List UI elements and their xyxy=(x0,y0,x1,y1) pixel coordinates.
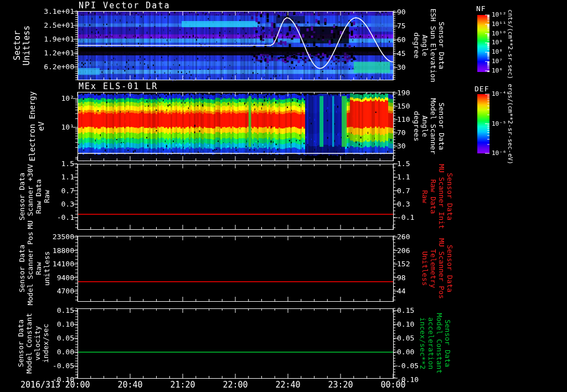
tick-label: -0.1 xyxy=(397,213,430,222)
tick-label: 1.1 xyxy=(30,173,74,182)
panel3-left-tick-labels: 1.51.10.70.3-0.1 xyxy=(30,159,74,222)
tick-label: -0.05 xyxy=(397,362,430,370)
tick-label: 4700 xyxy=(30,287,74,296)
panel3-right-tick-labels: 1.51.10.70.3-0.1 xyxy=(397,159,430,222)
tick-label: -0.1 xyxy=(30,213,74,222)
tick-label: 0.05 xyxy=(397,334,430,343)
panel2-left-tick-labels: 10²10¹ xyxy=(30,94,74,132)
nf-colorbar-title: NF xyxy=(476,4,486,13)
tick-label: 90 xyxy=(397,8,430,17)
tick-label: 0.10 xyxy=(397,320,430,329)
x-tick-label: 22:40 xyxy=(269,380,307,390)
figure: NPI Vector Data MEx ELS-01 LR Sector Uni… xyxy=(0,0,567,392)
tick-label: 190 xyxy=(397,89,430,97)
tick-label: 0.3 xyxy=(397,200,430,209)
tick-label: 1.1 xyxy=(397,173,430,182)
tick-label: 45 xyxy=(397,49,430,58)
tick-label: 0.15 xyxy=(397,306,430,315)
tick-label: 0.15 xyxy=(30,306,74,315)
tick-label: 260 xyxy=(397,233,430,241)
tick-label: 0.10 xyxy=(30,320,74,329)
panel1-title: NPI Vector Data xyxy=(79,1,170,11)
tick-label: 3.1e+01 xyxy=(30,7,74,16)
panel5-right-tick-labels: 0.150.100.050.00-0.05-0.10 xyxy=(397,306,430,384)
tick-label: 30 xyxy=(397,63,430,72)
tick-label: 70 xyxy=(397,128,430,137)
tick-label: 0.7 xyxy=(397,187,430,195)
tick-label: 150 xyxy=(397,102,430,111)
tick-label: 0.00 xyxy=(397,348,430,357)
tick-label: 206 xyxy=(397,246,430,255)
def-colorbar-title: DEF xyxy=(475,85,489,93)
tick-label: 30 xyxy=(397,142,430,151)
tick-label: 152 xyxy=(397,260,430,269)
x-axis-date-label: 2016/313 xyxy=(17,380,64,390)
panel4-left-tick-labels: 23500188001410094004700 xyxy=(30,233,74,296)
tick-label: 0.7 xyxy=(30,187,74,195)
tick-label: 0.05 xyxy=(30,334,74,343)
x-tick-label: 23:20 xyxy=(321,380,360,390)
panel2-right-tick-labels: 1901501107030 xyxy=(397,89,430,151)
x-tick-label: 00:00 xyxy=(374,380,413,390)
tick-label: 23500 xyxy=(30,233,74,241)
tick-label: 0.3 xyxy=(30,200,74,209)
x-tick-label: 22:00 xyxy=(216,380,255,390)
tick-label: 1.9e+01 xyxy=(30,35,74,44)
tick-label: 10¹ xyxy=(30,123,74,132)
x-tick-label: 20:00 xyxy=(58,380,97,390)
tick-label: 110 xyxy=(397,115,430,124)
tick-label: 98 xyxy=(397,274,430,282)
tick-label: -0.05 xyxy=(30,362,74,370)
tick-label: 1.5 xyxy=(30,159,74,168)
panel4-right-tick-labels: 2602061529844 xyxy=(397,233,430,296)
tick-label: 18800 xyxy=(30,246,74,255)
tick-label: 0.00 xyxy=(30,348,74,357)
tick-label: 1.2e+01 xyxy=(30,49,74,58)
tick-label: 44 xyxy=(397,287,430,296)
panel2-title: MEx ELS-01 LR xyxy=(79,81,158,91)
tick-label: 6.2e+00 xyxy=(30,63,74,71)
tick-label: 10² xyxy=(30,94,74,103)
panel1-left-axis-label: Sector Unitless xyxy=(13,25,32,65)
x-tick-label: 21:20 xyxy=(163,380,202,390)
tick-label: 75 xyxy=(397,22,430,30)
tick-label: 1.5 xyxy=(397,159,430,168)
tick-label: 14100 xyxy=(30,260,74,269)
panel5-left-tick-labels: 0.150.100.050.00-0.05-0.10 xyxy=(30,306,74,384)
def-colorbar-units-label: ergs/(cm**2-sr-sec-eV) xyxy=(507,84,514,164)
nf-colorbar-units-label: cnts/(cm**2-sr-sec) xyxy=(507,9,514,79)
panel1-left-tick-labels: 3.1e+012.5e+011.9e+011.2e+016.2e+00 xyxy=(30,7,74,71)
x-tick-label: 20:40 xyxy=(111,380,150,390)
tick-label: 60 xyxy=(397,35,430,44)
panel1-right-tick-labels: 9075604530 xyxy=(397,8,430,72)
tick-label: 9400 xyxy=(30,274,74,282)
plot-canvas xyxy=(0,0,567,392)
tick-label: 2.5e+01 xyxy=(30,21,74,30)
